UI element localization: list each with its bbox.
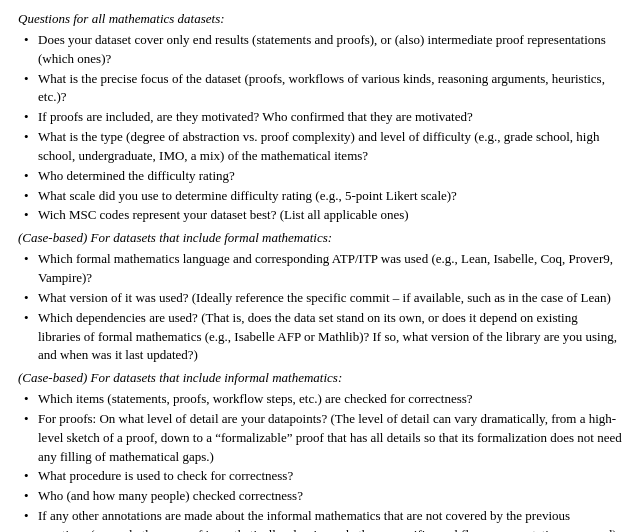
list-item: For proofs: On what level of detail are …	[18, 410, 622, 467]
list-item: Who determined the difficulty rating?	[18, 167, 622, 186]
list-item: What scale did you use to determine diff…	[18, 187, 622, 206]
list-item: If any other annotations are made about …	[18, 507, 622, 532]
section-all-math: Questions for all mathematics datasets: …	[18, 10, 622, 225]
section-formal-math-header: (Case-based) For datasets that include f…	[18, 229, 622, 248]
list-item: If proofs are included, are they motivat…	[18, 108, 622, 127]
list-item: Does your dataset cover only end results…	[18, 31, 622, 69]
list-item: What version of it was used? (Ideally re…	[18, 289, 622, 308]
list-item: Which formal mathematics language and co…	[18, 250, 622, 288]
list-item: What is the precise focus of the dataset…	[18, 70, 622, 108]
list-item: What is the type (degree of abstraction …	[18, 128, 622, 166]
section-informal-math-header: (Case-based) For datasets that include i…	[18, 369, 622, 388]
section-formal-math: (Case-based) For datasets that include f…	[18, 229, 622, 365]
section-all-math-list: Does your dataset cover only end results…	[18, 31, 622, 225]
page: Questions for all mathematics datasets: …	[0, 0, 640, 532]
list-item: Wich MSC codes represent your dataset be…	[18, 206, 622, 225]
section-informal-math-list: Which items (statements, proofs, workflo…	[18, 390, 622, 532]
list-item: Which items (statements, proofs, workflo…	[18, 390, 622, 409]
section-all-math-header: Questions for all mathematics datasets:	[18, 10, 622, 29]
list-item: Which dependencies are used? (That is, d…	[18, 309, 622, 366]
list-item: What procedure is used to check for corr…	[18, 467, 622, 486]
list-item: Who (and how many people) checked correc…	[18, 487, 622, 506]
section-formal-math-list: Which formal mathematics language and co…	[18, 250, 622, 365]
section-informal-math: (Case-based) For datasets that include i…	[18, 369, 622, 532]
